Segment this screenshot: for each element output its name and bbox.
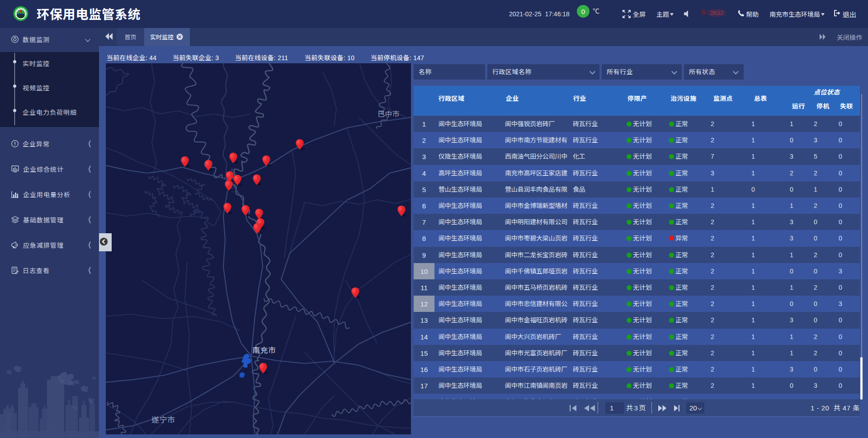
svg-text:南充市: 南充市 xyxy=(252,346,276,355)
svg-text:巴中市: 巴中市 xyxy=(377,109,400,118)
svg-text:遂宁市: 遂宁市 xyxy=(151,415,175,424)
